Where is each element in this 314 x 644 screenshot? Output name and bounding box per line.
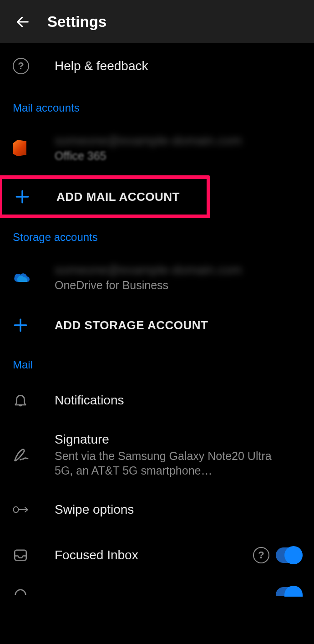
storage-account-email: someone@example-domain.com bbox=[55, 263, 301, 277]
partial-icon bbox=[13, 588, 28, 596]
focused-inbox-toggle[interactable] bbox=[276, 547, 301, 563]
app-bar: Settings bbox=[0, 0, 314, 43]
signature-icon bbox=[13, 447, 29, 463]
storage-account-subtitle: OneDrive for Business bbox=[55, 279, 301, 292]
help-icon: ? bbox=[13, 58, 29, 74]
focused-inbox-help-icon[interactable]: ? bbox=[253, 547, 269, 563]
plus-icon bbox=[15, 189, 30, 204]
focused-inbox-label: Focused Inbox bbox=[55, 548, 253, 562]
help-feedback-item[interactable]: ? Help & feedback bbox=[0, 43, 314, 89]
add-mail-account-highlight: ADD MAIL ACCOUNT bbox=[0, 175, 210, 218]
signature-item[interactable]: Signature Sent via the Samsung Galaxy No… bbox=[0, 423, 314, 487]
add-mail-account-label: ADD MAIL ACCOUNT bbox=[56, 190, 194, 204]
section-mail-accounts: Mail accounts bbox=[0, 89, 314, 121]
office365-icon bbox=[13, 140, 26, 156]
mail-account-email: someone@example-domain.com bbox=[55, 133, 301, 148]
notifications-label: Notifications bbox=[55, 393, 301, 408]
svg-rect-7 bbox=[15, 550, 26, 561]
inbox-icon bbox=[13, 547, 28, 563]
swipe-options-label: Swipe options bbox=[55, 502, 301, 517]
plus-icon bbox=[13, 317, 28, 333]
section-mail: Mail bbox=[0, 346, 314, 378]
swipe-icon bbox=[13, 505, 30, 515]
notifications-item[interactable]: Notifications bbox=[0, 378, 314, 423]
mail-account-subtitle: Office 365 bbox=[55, 149, 301, 163]
signature-label: Signature bbox=[55, 432, 292, 447]
back-button[interactable] bbox=[8, 7, 37, 36]
page-title: Settings bbox=[47, 13, 106, 31]
swipe-options-item[interactable]: Swipe options bbox=[0, 487, 314, 532]
svg-point-5 bbox=[14, 507, 19, 513]
focused-inbox-item[interactable]: Focused Inbox ? bbox=[0, 532, 314, 578]
back-arrow-icon bbox=[15, 14, 30, 30]
add-storage-account-button[interactable]: ADD STORAGE ACCOUNT bbox=[0, 305, 314, 346]
partial-next-item[interactable] bbox=[0, 578, 314, 605]
add-mail-account-button[interactable]: ADD MAIL ACCOUNT bbox=[2, 179, 207, 215]
signature-subtitle: Sent via the Samsung Galaxy Note20 Ultra… bbox=[55, 449, 292, 478]
add-storage-account-label: ADD STORAGE ACCOUNT bbox=[55, 318, 301, 332]
onedrive-icon bbox=[13, 271, 31, 284]
section-storage-accounts: Storage accounts bbox=[0, 218, 314, 250]
storage-account-item[interactable]: someone@example-domain.com OneDrive for … bbox=[0, 250, 314, 305]
mail-account-item[interactable]: someone@example-domain.com Office 365 bbox=[0, 121, 314, 175]
help-feedback-label: Help & feedback bbox=[55, 59, 301, 73]
bell-icon bbox=[13, 393, 28, 408]
